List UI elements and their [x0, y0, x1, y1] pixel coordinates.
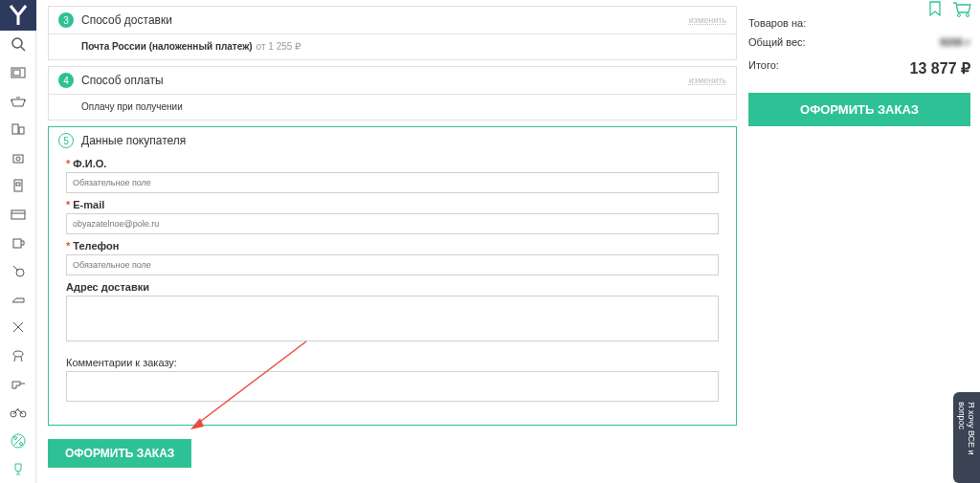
svg-rect-12 — [13, 239, 21, 248]
logo[interactable] — [0, 0, 36, 31]
coffee-icon[interactable] — [0, 172, 36, 201]
bike-icon[interactable] — [0, 398, 36, 427]
fio-label: *Ф.И.О. — [66, 158, 719, 169]
svg-rect-10 — [11, 210, 25, 219]
fio-input[interactable] — [66, 172, 719, 193]
svg-point-27 — [967, 14, 969, 17]
summary-weight: Общий вес: 9200 г — [748, 33, 970, 52]
iron-icon[interactable] — [0, 285, 36, 314]
email-label: *E-mail — [66, 199, 719, 210]
address-label: Адрес доставки — [66, 281, 719, 293]
summary-panel: Товаров на: Общий вес: 9200 г Итого: 13 … — [748, 0, 970, 126]
section-title: Способ оплаты — [81, 74, 164, 87]
oven-icon[interactable] — [0, 200, 36, 229]
svg-point-23 — [13, 436, 16, 439]
svg-point-17 — [13, 351, 23, 357]
grill-icon[interactable] — [0, 341, 36, 370]
svg-rect-3 — [13, 70, 20, 76]
address-textarea[interactable] — [66, 296, 719, 341]
delivery-text: Почта России (наложенный платеж)от 1 255… — [81, 41, 301, 52]
main-content: 3 Способ доставки изменить Почта России … — [48, 0, 737, 483]
svg-point-0 — [12, 38, 22, 48]
svg-rect-4 — [12, 124, 18, 134]
change-link[interactable]: изменить — [689, 76, 726, 85]
microwave-icon[interactable] — [0, 58, 36, 87]
scale-icon[interactable] — [0, 143, 36, 172]
search-icon[interactable] — [0, 31, 36, 59]
tools-icon[interactable] — [0, 314, 36, 342]
phone-input[interactable] — [66, 254, 719, 275]
delivery-section: 3 Способ доставки изменить Почта России … — [48, 6, 737, 60]
svg-line-25 — [14, 437, 22, 445]
submit-button[interactable]: ОФОРМИТЬ ЗАКАЗ — [48, 439, 191, 468]
payment-text: Оплачу при получении — [81, 101, 183, 112]
summary-total: Итого: 13 877 ₽ — [748, 52, 970, 85]
appliance-icon[interactable] — [0, 115, 36, 143]
section-title: Способ доставки — [81, 13, 172, 27]
step-number: 4 — [58, 73, 74, 88]
step-number: 3 — [58, 12, 74, 28]
pot-icon[interactable] — [0, 87, 36, 116]
big-submit-button[interactable]: ОФОРМИТЬ ЗАКАЗ — [748, 93, 970, 126]
change-link[interactable]: изменить — [689, 15, 726, 25]
vacuum-icon[interactable] — [0, 256, 36, 285]
drill-icon[interactable] — [0, 370, 36, 399]
sidebar — [0, 0, 36, 483]
svg-line-14 — [13, 266, 18, 271]
trophy-icon[interactable] — [0, 454, 36, 483]
phone-label: *Телефон — [66, 240, 719, 252]
payment-section: 4 Способ оплаты изменить Оплачу при полу… — [48, 66, 737, 121]
cart-icon[interactable] — [951, 0, 970, 19]
svg-line-1 — [21, 47, 25, 51]
section-title: Данные покупателя — [81, 134, 186, 147]
comment-textarea[interactable] — [66, 371, 719, 402]
svg-point-26 — [958, 14, 961, 17]
svg-point-7 — [16, 157, 20, 161]
svg-rect-9 — [16, 183, 20, 186]
feedback-tab[interactable]: Я хочу ВСЕ и вопрос — [953, 392, 980, 483]
percent-icon[interactable] — [0, 427, 36, 455]
email-input[interactable] — [66, 213, 719, 234]
svg-line-19 — [21, 357, 22, 362]
step-number: 5 — [58, 133, 74, 148]
comment-label: Комментарии к заказу: — [66, 357, 719, 368]
bookmark-icon[interactable] — [926, 0, 946, 19]
svg-rect-5 — [19, 127, 24, 134]
mug-icon[interactable] — [0, 229, 36, 257]
buyer-section: 5 Данные покупателя *Ф.И.О. *E-mail *Тел… — [48, 126, 737, 426]
svg-point-24 — [19, 442, 22, 445]
svg-line-18 — [14, 357, 15, 362]
svg-rect-6 — [13, 155, 23, 163]
